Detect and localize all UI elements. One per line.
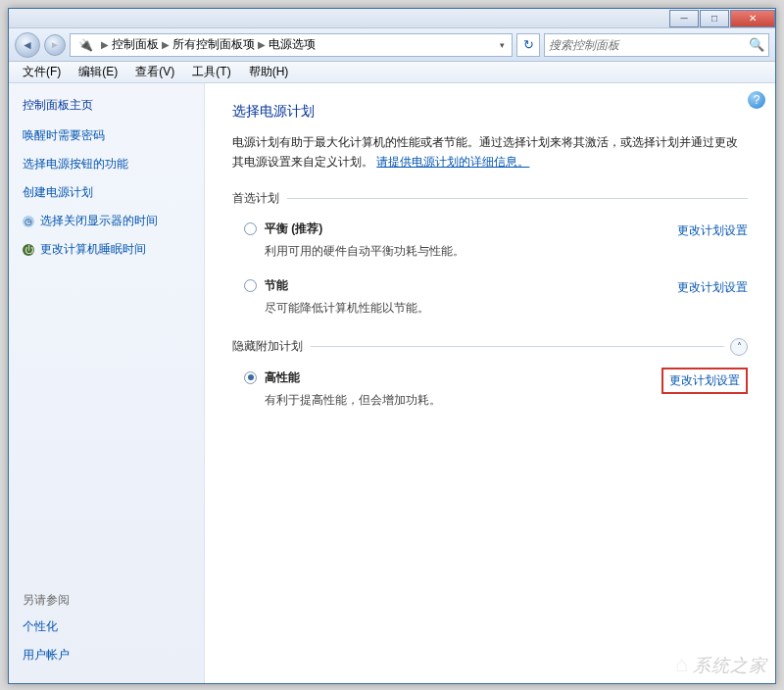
help-icon[interactable]: ? (748, 91, 765, 109)
plan-balanced: 平衡 (推荐) 利用可用的硬件自动平衡功耗与性能。 更改计划设置 (232, 217, 748, 273)
section-hidden-plans: 隐藏附加计划 ˄ (232, 338, 748, 356)
menu-view[interactable]: 查看(V) (127, 62, 182, 82)
menu-help[interactable]: 帮助(H) (241, 62, 297, 82)
sidebar: 控制面板主页 唤醒时需要密码 选择电源按钮的功能 创建电源计划 ◷选择关闭显示器… (9, 83, 205, 683)
window-controls: ─ □ ✕ (668, 10, 775, 27)
change-plan-settings-link[interactable]: 更改计划设置 (677, 279, 748, 296)
sidebar-home-link[interactable]: 控制面板主页 (23, 97, 196, 114)
refresh-icon: ↻ (523, 37, 534, 52)
minimize-button[interactable]: ─ (669, 10, 699, 27)
breadcrumb-item[interactable]: 控制面板 (112, 36, 159, 53)
breadcrumb[interactable]: 🔌 ▶ 控制面板 ▶ 所有控制面板项 ▶ 电源选项 ▾ (70, 33, 513, 57)
clock-icon: ◷ (23, 216, 34, 227)
breadcrumb-item[interactable]: 所有控制面板项 (172, 36, 255, 53)
sidebar-link-sleep-time[interactable]: ⏻更改计算机睡眠时间 (23, 241, 196, 258)
change-plan-settings-link[interactable]: 更改计划设置 (677, 222, 748, 239)
back-button[interactable]: ◄ (15, 32, 40, 58)
sidebar-link-wake-password[interactable]: 唤醒时需要密码 (23, 127, 196, 144)
page-description: 电源计划有助于最大化计算机的性能或者节能。通过选择计划来将其激活，或选择计划并通… (232, 132, 748, 172)
arrow-right-icon: ► (50, 39, 60, 50)
body: 控制面板主页 唤醒时需要密码 选择电源按钮的功能 创建电源计划 ◷选择关闭显示器… (9, 83, 775, 683)
power-icon: ⏻ (23, 244, 34, 256)
divider (287, 198, 748, 199)
forward-button[interactable]: ► (44, 34, 66, 56)
collapse-button[interactable]: ˄ (730, 338, 748, 356)
plan-title: 节能 (265, 277, 665, 294)
maximize-button[interactable]: □ (700, 10, 729, 27)
arrow-left-icon: ◄ (22, 38, 33, 52)
breadcrumb-item[interactable]: 电源选项 (269, 36, 316, 53)
search-input[interactable] (549, 38, 749, 52)
close-button[interactable]: ✕ (730, 10, 775, 27)
plan-desc: 尽可能降低计算机性能以节能。 (265, 300, 665, 317)
radio-high-performance[interactable] (244, 371, 257, 384)
plan-power-saver: 节能 尽可能降低计算机性能以节能。 更改计划设置 (232, 273, 748, 330)
refresh-button[interactable]: ↻ (516, 33, 540, 57)
plan-title: 高性能 (265, 370, 650, 386)
detail-link[interactable]: 请提供电源计划的详细信息。 (376, 155, 529, 169)
plan-desc: 利用可用的硬件自动平衡功耗与性能。 (265, 243, 665, 260)
sidebar-link-user-accounts[interactable]: 用户帐户 (23, 647, 196, 664)
plan-high-performance: 高性能 有利于提高性能，但会增加功耗。 更改计划设置 (232, 366, 748, 422)
chevron-right-icon: ▶ (101, 39, 109, 50)
plan-title: 平衡 (推荐) (265, 221, 665, 237)
sidebar-link-personalization[interactable]: 个性化 (23, 618, 196, 635)
sidebar-see-also-heading: 另请参阅 (23, 592, 196, 609)
search-box[interactable]: 🔍 (544, 33, 769, 57)
menubar: 文件(F) 编辑(E) 查看(V) 工具(T) 帮助(H) (9, 62, 775, 83)
chevron-down-icon[interactable]: ▾ (494, 40, 510, 50)
titlebar: ─ □ ✕ (9, 9, 775, 28)
chevron-right-icon: ▶ (162, 39, 170, 50)
menu-edit[interactable]: 编辑(E) (71, 62, 125, 82)
section-label: 首选计划 (232, 190, 279, 207)
sidebar-link-create-plan[interactable]: 创建电源计划 (23, 184, 196, 201)
section-label: 隐藏附加计划 (232, 338, 303, 355)
divider (311, 346, 724, 347)
sidebar-link-power-button[interactable]: 选择电源按钮的功能 (23, 156, 196, 172)
window-frame: ─ □ ✕ ◄ ► 🔌 ▶ 控制面板 ▶ 所有控制面板项 ▶ 电源选项 ▾ ↻ … (8, 8, 776, 684)
radio-balanced[interactable] (244, 222, 257, 235)
menu-file[interactable]: 文件(F) (15, 62, 69, 82)
search-icon[interactable]: 🔍 (749, 37, 764, 52)
plan-desc: 有利于提高性能，但会增加功耗。 (265, 392, 650, 409)
section-preferred-plans: 首选计划 (232, 190, 748, 207)
menu-tools[interactable]: 工具(T) (184, 62, 238, 82)
power-plug-icon: 🔌 (76, 36, 94, 54)
change-plan-settings-link-highlighted[interactable]: 更改计划设置 (662, 368, 748, 394)
chevron-up-icon: ˄ (737, 341, 742, 352)
radio-power-saver[interactable] (244, 279, 257, 292)
sidebar-link-display-off[interactable]: ◷选择关闭显示器的时间 (23, 213, 196, 229)
chevron-right-icon: ▶ (258, 39, 266, 50)
content-pane: ? 选择电源计划 电源计划有助于最大化计算机的性能或者节能。通过选择计划来将其激… (205, 83, 775, 683)
navigation-bar: ◄ ► 🔌 ▶ 控制面板 ▶ 所有控制面板项 ▶ 电源选项 ▾ ↻ 🔍 (9, 28, 775, 62)
page-title: 选择电源计划 (232, 103, 748, 121)
